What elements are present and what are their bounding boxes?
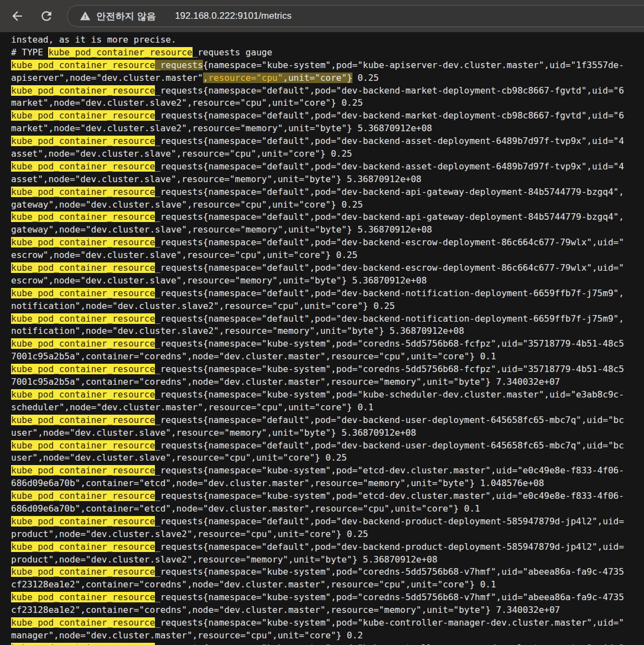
text-segment: _requests{namespace="default",pod="dev-b… [155,415,624,425]
text-segment: # TYPE [11,47,48,58]
metric-line: kube_pod_container_resource_requests{nam… [11,59,644,72]
metric-line: kube_pod_container_resource_requests{nam… [11,338,644,350]
metric-line: 7001c95a2b5a",container="coredns",node="… [11,350,644,363]
text-segment: market",node="dev.cluster.slave2",resour… [11,97,363,108]
text-segment: 0.25 [352,73,379,83]
search-highlight: kube_pod_container_resource [11,415,155,425]
metric-line: scheduler",node="dev.cluster.master",res… [11,401,644,414]
metric-line: 686d09e6a70b",container="etcd",node="dev… [11,503,644,515]
search-highlight: kube_pod_container_resource [11,617,155,628]
text-segment: _requests{namespace="kube-system",pod="c… [155,338,624,349]
text-segment: _requests{namespace="kube-system",pod="c… [155,364,624,374]
back-arrow-icon [10,9,24,23]
not-secure-warning-icon[interactable] [80,11,91,22]
text-segment: _requests{namespace="kube-system",pod="e… [155,491,624,501]
metric-line: kube_pod_container_resource_requests{nam… [11,110,644,122]
text-segment: cf23128ea1e2",container="coredns",node="… [11,605,560,615]
address-bar[interactable]: 안전하지 않음 192.168.0.222:9101/metrics [67,5,644,27]
text-segment: user",node="dev.cluster.slave",resource=… [11,427,416,438]
text-segment: _requests{namespace="default",pod="dev-b… [155,211,624,222]
text-segment: 686d09e6a70b",container="etcd",node="dev… [11,478,544,488]
search-highlight: kube_pod_container_resource [11,389,155,400]
text-segment: _requests{namespace="kube-system",pod="e… [155,465,624,476]
text-segment: {namespace="kube-system",pod="kube-apise… [203,60,624,70]
metric-line: kube_pod_container_resource_requests{nam… [11,186,644,199]
text-segment: 7001c95a2b5a",container="coredns",node="… [11,376,560,387]
text-segment: _requests{namespace="kube-system",pod="c… [155,592,624,602]
reload-icon [39,9,54,23]
text-segment: notification",node="dev.cluster.slave2",… [11,326,464,336]
reload-button[interactable] [35,4,58,28]
text-segment: escrow",node="dev.cluster.slave",resourc… [11,250,357,260]
browser-toolbar: 안전하지 않음 192.168.0.222:9101/metrics [0,0,644,32]
metric-line: instead, as it is more precise. [11,34,644,47]
text-segment: user",node="dev.cluster.slave",resource=… [11,452,347,463]
text-segment: _requests{namespace="default",pod="dev-b… [155,85,624,96]
metric-line: manager",node="dev.cluster.master",resou… [11,629,644,642]
text-segment: 7001c95a2b5a",container="coredns",node="… [11,351,496,362]
search-highlight: kube_pod_container_resource [11,566,155,577]
search-highlight: kube_pod_container_resource [11,136,155,146]
text-segment: gateway",node="dev.cluster.slave",resour… [11,224,432,235]
search-highlight: kube_pod_container_resource [11,262,155,273]
active-match-highlight: _requests [155,60,203,70]
metric-line: escrow",node="dev.cluster.slave",resourc… [11,275,644,287]
back-button[interactable] [6,4,29,28]
search-highlight: kube_pod_container_resource [11,465,155,476]
metric-line: kube_pod_container_resource_requests{nam… [11,287,644,300]
text-segment: scheduler",node="dev.cluster.master",res… [11,402,373,412]
metric-line: kube_pod_container_resource_requests{nam… [11,211,644,224]
text-segment: _requests{namespace="kube-system",pod="k… [155,643,624,645]
metric-line: gateway",node="dev.cluster.slave",resour… [11,199,644,211]
metric-line: 686d09e6a70b",container="etcd",node="dev… [11,477,644,490]
text-segment: apiserver",node="dev.cluster.master" [11,73,203,83]
metric-line: asset",node="dev.cluster.slave",resource… [11,148,644,161]
text-segment: instead, as it is more precise. [11,34,176,45]
search-highlight: kube_pod_container_resource [11,643,155,645]
metric-line: kube_pod_container_resource_requests{nam… [11,490,644,503]
search-highlight: kube_pod_container_resource [11,592,155,602]
metrics-text-content: instead, as it is more precise.# TYPE ku… [0,32,644,645]
security-warning-label[interactable]: 안전하지 않음 [96,10,156,23]
text-segment: cf23128ea1e2",container="coredns",node="… [11,579,496,590]
text-segment: manager",node="dev.cluster.master",resou… [11,630,363,641]
text-segment: _requests{namespace="default",pod="dev-b… [155,288,624,298]
text-segment: _requests{namespace="default",pod="dev-b… [155,541,624,552]
search-highlight: kube_pod_container_resource [11,237,155,247]
active-match-highlight: ,unit="core"} [283,73,352,83]
metric-line: kube_pod_container_resource_requests{nam… [11,313,644,326]
metric-line: notification",node="dev.cluster.slave2",… [11,325,644,338]
text-segment: asset",node="dev.cluster.slave",resource… [11,174,422,184]
search-highlight: kube_pod_container_resource [11,288,155,298]
text-segment: _requests{namespace="default",pod="dev-b… [155,161,624,172]
metric-line: kube_pod_container_resource_requests{nam… [11,566,644,579]
text-segment: _requests{namespace="default",pod="dev-b… [155,440,624,451]
metric-line: kube_pod_container_resource_requests{nam… [11,440,644,452]
metric-line: cf23128ea1e2",container="coredns",node="… [11,579,644,591]
metric-line: kube_pod_container_resource_requests{nam… [11,642,644,645]
text-segment: escrow",node="dev.cluster.slave",resourc… [11,275,427,286]
text-segment: asset",node="dev.cluster.slave",resource… [11,148,352,159]
text-segment: market",node="dev.cluster.slave2",resour… [11,123,432,133]
text-segment: _requests{namespace="default",pod="dev-b… [155,313,624,324]
metric-line: kube_pod_container_resource_requests{nam… [11,465,644,477]
search-highlight: kube_pod_container_resource [11,338,155,349]
metric-line: kube_pod_container_resource_requests{nam… [11,617,644,629]
text-segment: _requests{namespace="default",pod="dev-b… [155,237,624,247]
text-segment: _requests{namespace="kube-system",pod="k… [155,617,624,628]
metric-line: kube_pod_container_resource_requests{nam… [11,161,644,173]
search-highlight: kube_pod_container_resource [11,516,155,527]
search-highlight: kube_pod_container_resource [11,313,155,324]
search-highlight: kube_pod_container_resource [11,491,155,501]
metric-line: market",node="dev.cluster.slave2",resour… [11,97,644,110]
search-highlight: kube_pod_container_resource [11,211,155,222]
search-highlight: kube_pod_container_resource [48,47,192,58]
metric-line: product",node="dev.cluster.slave2",resou… [11,528,644,541]
search-highlight: kube_pod_container_resource [11,440,155,451]
text-segment: product",node="dev.cluster.slave2",resou… [11,529,368,539]
metric-line: 7001c95a2b5a",container="coredns",node="… [11,376,644,389]
text-segment: _requests{namespace="default",pod="dev-b… [155,136,624,146]
metric-line: cf23128ea1e2",container="coredns",node="… [11,604,644,617]
text-segment: _requests{namespace="default",pod="dev-b… [155,516,624,527]
url-text[interactable]: 192.168.0.222:9101/metrics [175,11,292,22]
